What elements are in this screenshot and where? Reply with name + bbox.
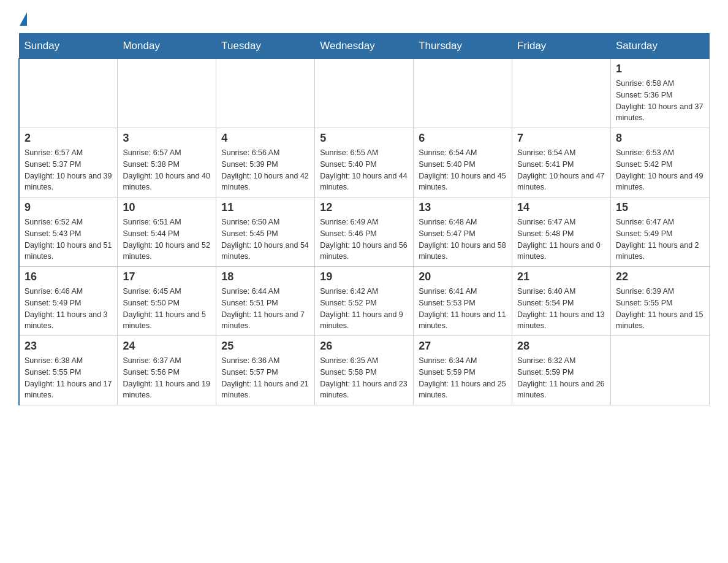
day-number: 22 — [616, 270, 704, 283]
calendar-cell — [315, 59, 414, 128]
day-number: 21 — [517, 270, 605, 283]
day-number: 10 — [123, 201, 211, 214]
day-info: Sunrise: 6:54 AMSunset: 5:40 PMDaylight:… — [419, 147, 507, 193]
day-number: 19 — [320, 270, 408, 283]
day-number: 6 — [419, 132, 507, 145]
day-info: Sunrise: 6:57 AMSunset: 5:37 PMDaylight:… — [25, 147, 112, 193]
day-info: Sunrise: 6:38 AMSunset: 5:55 PMDaylight:… — [25, 355, 112, 401]
calendar-cell: 9Sunrise: 6:52 AMSunset: 5:43 PMDaylight… — [19, 197, 118, 267]
weekday-header-wednesday: Wednesday — [315, 34, 414, 59]
calendar-week-4: 16Sunrise: 6:46 AMSunset: 5:49 PMDayligh… — [19, 267, 710, 336]
calendar-week-5: 23Sunrise: 6:38 AMSunset: 5:55 PMDayligh… — [19, 336, 710, 405]
day-info: Sunrise: 6:51 AMSunset: 5:44 PMDaylight:… — [123, 216, 211, 262]
calendar-cell: 20Sunrise: 6:41 AMSunset: 5:53 PMDayligh… — [414, 267, 512, 336]
calendar-cell — [216, 59, 315, 128]
calendar-cell — [611, 336, 710, 405]
calendar-cell: 17Sunrise: 6:45 AMSunset: 5:50 PMDayligh… — [118, 267, 216, 336]
page-header — [18, 12, 710, 27]
calendar-cell: 16Sunrise: 6:46 AMSunset: 5:49 PMDayligh… — [19, 267, 118, 336]
day-number: 11 — [221, 201, 309, 214]
weekday-header-monday: Monday — [118, 34, 216, 59]
logo-general — [18, 12, 27, 27]
day-number: 16 — [25, 270, 112, 283]
day-info: Sunrise: 6:42 AMSunset: 5:52 PMDaylight:… — [320, 286, 408, 332]
calendar-cell: 2Sunrise: 6:57 AMSunset: 5:37 PMDaylight… — [19, 128, 118, 197]
calendar-cell — [512, 59, 611, 128]
day-info: Sunrise: 6:53 AMSunset: 5:42 PMDaylight:… — [616, 147, 704, 193]
day-info: Sunrise: 6:44 AMSunset: 5:51 PMDaylight:… — [221, 286, 309, 332]
day-number: 12 — [320, 201, 408, 214]
calendar-cell: 26Sunrise: 6:35 AMSunset: 5:58 PMDayligh… — [315, 336, 414, 405]
weekday-header-tuesday: Tuesday — [216, 34, 315, 59]
day-number: 5 — [320, 132, 408, 145]
day-info: Sunrise: 6:41 AMSunset: 5:53 PMDaylight:… — [419, 286, 507, 332]
day-number: 14 — [517, 201, 605, 214]
calendar-week-3: 9Sunrise: 6:52 AMSunset: 5:43 PMDaylight… — [19, 197, 710, 267]
day-info: Sunrise: 6:47 AMSunset: 5:49 PMDaylight:… — [616, 216, 704, 262]
day-number: 2 — [25, 132, 112, 145]
day-info: Sunrise: 6:34 AMSunset: 5:59 PMDaylight:… — [419, 355, 507, 401]
day-info: Sunrise: 6:45 AMSunset: 5:50 PMDaylight:… — [123, 286, 211, 332]
logo-triangle-icon — [20, 12, 27, 26]
day-number: 25 — [221, 340, 309, 353]
day-number: 24 — [123, 340, 211, 353]
day-info: Sunrise: 6:58 AMSunset: 5:36 PMDaylight:… — [616, 78, 704, 124]
calendar-header: SundayMondayTuesdayWednesdayThursdayFrid… — [19, 34, 710, 59]
calendar-cell: 24Sunrise: 6:37 AMSunset: 5:56 PMDayligh… — [118, 336, 216, 405]
weekday-header-thursday: Thursday — [414, 34, 512, 59]
day-info: Sunrise: 6:36 AMSunset: 5:57 PMDaylight:… — [221, 355, 309, 401]
calendar-table: SundayMondayTuesdayWednesdayThursdayFrid… — [18, 33, 710, 405]
day-info: Sunrise: 6:40 AMSunset: 5:54 PMDaylight:… — [517, 286, 605, 332]
day-number: 8 — [616, 132, 704, 145]
day-number: 1 — [616, 63, 704, 75]
calendar-cell: 22Sunrise: 6:39 AMSunset: 5:55 PMDayligh… — [611, 267, 710, 336]
day-info: Sunrise: 6:37 AMSunset: 5:56 PMDaylight:… — [123, 355, 211, 401]
calendar-cell — [414, 59, 512, 128]
calendar-cell: 27Sunrise: 6:34 AMSunset: 5:59 PMDayligh… — [414, 336, 512, 405]
calendar-cell: 18Sunrise: 6:44 AMSunset: 5:51 PMDayligh… — [216, 267, 315, 336]
day-number: 27 — [419, 340, 507, 353]
day-number: 23 — [25, 340, 112, 353]
day-number: 15 — [616, 201, 704, 214]
day-number: 28 — [517, 340, 605, 353]
calendar-cell: 6Sunrise: 6:54 AMSunset: 5:40 PMDaylight… — [414, 128, 512, 197]
day-number: 13 — [419, 201, 507, 214]
calendar-cell: 4Sunrise: 6:56 AMSunset: 5:39 PMDaylight… — [216, 128, 315, 197]
day-number: 9 — [25, 201, 112, 214]
weekday-row: SundayMondayTuesdayWednesdayThursdayFrid… — [19, 34, 710, 59]
day-info: Sunrise: 6:39 AMSunset: 5:55 PMDaylight:… — [616, 286, 704, 332]
calendar-cell: 14Sunrise: 6:47 AMSunset: 5:48 PMDayligh… — [512, 197, 611, 267]
calendar-cell — [118, 59, 216, 128]
day-info: Sunrise: 6:55 AMSunset: 5:40 PMDaylight:… — [320, 147, 408, 193]
day-info: Sunrise: 6:32 AMSunset: 5:59 PMDaylight:… — [517, 355, 605, 401]
day-number: 26 — [320, 340, 408, 353]
day-number: 20 — [419, 270, 507, 283]
calendar-cell: 25Sunrise: 6:36 AMSunset: 5:57 PMDayligh… — [216, 336, 315, 405]
weekday-header-sunday: Sunday — [19, 34, 118, 59]
calendar-cell: 15Sunrise: 6:47 AMSunset: 5:49 PMDayligh… — [611, 197, 710, 267]
day-number: 17 — [123, 270, 211, 283]
day-info: Sunrise: 6:46 AMSunset: 5:49 PMDaylight:… — [25, 286, 112, 332]
day-info: Sunrise: 6:49 AMSunset: 5:46 PMDaylight:… — [320, 216, 408, 262]
calendar-week-2: 2Sunrise: 6:57 AMSunset: 5:37 PMDaylight… — [19, 128, 710, 197]
day-number: 7 — [517, 132, 605, 145]
calendar-cell: 10Sunrise: 6:51 AMSunset: 5:44 PMDayligh… — [118, 197, 216, 267]
day-number: 3 — [123, 132, 211, 145]
calendar-cell: 19Sunrise: 6:42 AMSunset: 5:52 PMDayligh… — [315, 267, 414, 336]
calendar-cell: 7Sunrise: 6:54 AMSunset: 5:41 PMDaylight… — [512, 128, 611, 197]
calendar-cell: 1Sunrise: 6:58 AMSunset: 5:36 PMDaylight… — [611, 59, 710, 128]
weekday-header-friday: Friday — [512, 34, 611, 59]
day-number: 18 — [221, 270, 309, 283]
calendar-cell — [19, 59, 118, 128]
calendar-body: 1Sunrise: 6:58 AMSunset: 5:36 PMDaylight… — [19, 59, 710, 405]
day-number: 4 — [221, 132, 309, 145]
calendar-cell: 23Sunrise: 6:38 AMSunset: 5:55 PMDayligh… — [19, 336, 118, 405]
calendar-week-1: 1Sunrise: 6:58 AMSunset: 5:36 PMDaylight… — [19, 59, 710, 128]
day-info: Sunrise: 6:54 AMSunset: 5:41 PMDaylight:… — [517, 147, 605, 193]
day-info: Sunrise: 6:48 AMSunset: 5:47 PMDaylight:… — [419, 216, 507, 262]
calendar-cell: 5Sunrise: 6:55 AMSunset: 5:40 PMDaylight… — [315, 128, 414, 197]
calendar-cell: 21Sunrise: 6:40 AMSunset: 5:54 PMDayligh… — [512, 267, 611, 336]
calendar-cell: 13Sunrise: 6:48 AMSunset: 5:47 PMDayligh… — [414, 197, 512, 267]
day-info: Sunrise: 6:35 AMSunset: 5:58 PMDaylight:… — [320, 355, 408, 401]
calendar-cell: 3Sunrise: 6:57 AMSunset: 5:38 PMDaylight… — [118, 128, 216, 197]
